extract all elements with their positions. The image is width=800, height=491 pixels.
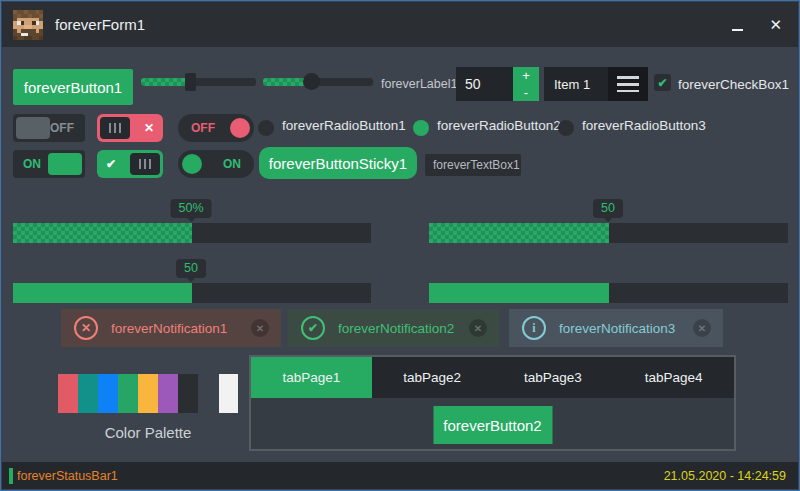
tab-page4[interactable]: tabPage4 [613, 357, 734, 398]
grip-icon [109, 123, 121, 133]
radio-button1[interactable] [258, 120, 274, 136]
toggle-off-rect-knob [16, 117, 50, 139]
notification-close-button[interactable]: ✕ [693, 319, 711, 337]
tab-page3[interactable]: tabPage3 [493, 357, 614, 398]
color-palette-label: Color Palette [58, 424, 238, 441]
notification-success: ✔ foreverNotification2 ✕ [288, 309, 499, 347]
toggle-off-pill-knob [230, 118, 250, 138]
status-bar-label: foreverStatusBar1 [17, 469, 118, 483]
progress-badge-3: 50 [176, 259, 206, 278]
tab-page2[interactable]: tabPage2 [372, 357, 493, 398]
notification-error-label: foreverNotification1 [111, 321, 227, 336]
increment-button[interactable]: + [513, 67, 539, 84]
combo-value[interactable]: Item 1 [544, 67, 608, 101]
progress-bar-4-fill [429, 283, 609, 303]
title-bar: foreverForm1 ✕ [2, 2, 798, 47]
radio-button2[interactable] [413, 120, 429, 136]
trackbar-1[interactable] [141, 73, 256, 91]
toggle-on-grip[interactable]: ✔ [97, 150, 163, 178]
forever-label1: foreverLabel1 [381, 77, 457, 91]
hamburger-icon [617, 76, 639, 93]
check-circle-icon: ✔ [301, 316, 325, 340]
palette-swatch[interactable] [178, 374, 198, 413]
palette-swatch[interactable] [58, 374, 78, 413]
forever-button-sticky[interactable]: foreverButtonSticky1 [259, 147, 417, 179]
grip-icon [139, 159, 151, 169]
progress-badge-1: 50% [170, 199, 211, 218]
toggle-on-grip-knob [130, 153, 160, 175]
palette-swatch[interactable] [118, 374, 138, 413]
trackbar-2-thumb[interactable] [303, 73, 320, 90]
notification-success-label: foreverNotification2 [338, 321, 454, 336]
color-palette [58, 374, 198, 413]
palette-swatch[interactable] [78, 374, 98, 413]
status-bar: foreverStatusBar1 21.05.2020 - 14:24:59 [2, 462, 798, 489]
toggle-off-rect[interactable]: OFF [13, 114, 85, 142]
toggle-off-rect-label: OFF [50, 121, 74, 135]
forever-checkbox[interactable]: ✔ [654, 74, 671, 91]
progress-bar-2-fill [429, 223, 609, 243]
toggle-on-pill-knob [182, 154, 202, 174]
window-title: foreverForm1 [55, 16, 145, 33]
trackbar-1-thumb[interactable] [185, 73, 196, 91]
progress-bar-2 [429, 223, 788, 243]
progress-bar-1 [13, 223, 371, 243]
progress-bar-3 [13, 283, 371, 303]
check-icon: ✔ [106, 157, 116, 171]
numeric-updown[interactable]: 50 + - [456, 67, 539, 101]
tab-header: tabPage1 tabPage2 tabPage3 tabPage4 [251, 357, 734, 398]
toggle-on-pill-label: ON [223, 157, 241, 171]
toggle-off-pill-label: OFF [191, 121, 215, 135]
toggle-on-rect-knob [48, 153, 82, 175]
toggle-off-pill[interactable]: OFF [178, 114, 254, 142]
progress-badge-2: 50 [593, 199, 623, 218]
x-icon: ✕ [144, 121, 154, 135]
toggle-on-rect[interactable]: ON [13, 150, 85, 178]
error-circle-icon: ✕ [74, 316, 98, 340]
palette-swatch-white[interactable] [219, 374, 238, 413]
radio-button1-label[interactable]: foreverRadioButton1 [282, 118, 406, 133]
notification-close-button[interactable]: ✕ [251, 319, 269, 337]
trackbar-1-fill [141, 78, 188, 86]
radio-button2-label[interactable]: foreverRadioButton2 [437, 118, 561, 133]
palette-swatch[interactable] [158, 374, 178, 413]
notification-info-label: foreverNotification3 [559, 321, 675, 336]
toggle-on-rect-label: ON [23, 157, 41, 171]
close-button[interactable]: ✕ [769, 17, 782, 32]
progress-bar-3-fill [13, 283, 192, 303]
progress-bar-4 [429, 283, 788, 303]
palette-swatch[interactable] [138, 374, 158, 413]
forever-checkbox-label[interactable]: foreverCheckBox1 [678, 77, 789, 92]
progress-bar-1-fill [13, 223, 192, 243]
tab-control: tabPage1 tabPage2 tabPage3 tabPage4 fore… [249, 355, 736, 451]
combo-dropdown-button[interactable] [608, 67, 648, 101]
tab-page1[interactable]: tabPage1 [251, 357, 372, 398]
app-icon [13, 10, 43, 40]
radio-button3-label[interactable]: foreverRadioButton3 [582, 118, 706, 133]
app-window: foreverForm1 ✕ foreverButton1 foreverLab… [0, 0, 800, 491]
notification-close-button[interactable]: ✕ [469, 319, 487, 337]
notification-error: ✕ foreverNotification1 ✕ [61, 309, 281, 347]
palette-swatch[interactable] [98, 374, 118, 413]
toggle-off-grip[interactable]: ✕ [97, 114, 163, 142]
trackbar-2[interactable] [263, 73, 373, 91]
minimize-icon [732, 29, 743, 31]
forever-button2[interactable]: foreverButton2 [433, 406, 552, 444]
toggle-off-grip-knob [100, 117, 130, 139]
tab-page1-content: foreverButton2 [251, 398, 734, 449]
notification-info: i foreverNotification3 ✕ [509, 309, 723, 347]
numeric-value[interactable]: 50 [456, 67, 513, 101]
toggle-on-pill[interactable]: ON [178, 150, 254, 178]
decrement-button[interactable]: - [513, 84, 539, 101]
check-icon: ✔ [657, 76, 667, 90]
forever-textbox[interactable]: foreverTextBox1 [425, 154, 521, 176]
combo-box[interactable]: Item 1 [544, 67, 648, 101]
minimize-button[interactable] [732, 19, 743, 31]
status-datetime: 21.05.2020 - 14:24:59 [664, 469, 786, 483]
radio-button3[interactable] [558, 120, 574, 136]
info-circle-icon: i [522, 316, 546, 340]
status-accent-bar [9, 468, 13, 484]
forever-button1[interactable]: foreverButton1 [13, 69, 133, 105]
